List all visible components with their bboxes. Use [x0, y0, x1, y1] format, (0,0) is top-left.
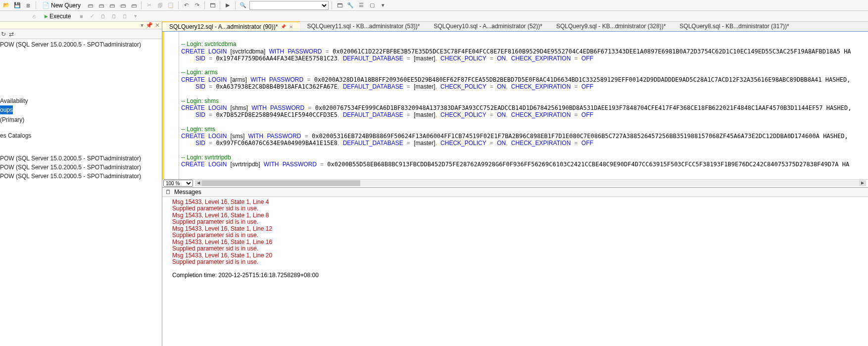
plan1-icon[interactable]: 🗒 [98, 12, 107, 21]
opts-dropdown-icon[interactable]: ▾ [131, 12, 140, 21]
pin-icon[interactable]: 📌 [281, 24, 286, 29]
messages-icon: 🗒 [165, 189, 171, 196]
connect-icon[interactable]: ⎋ [30, 12, 39, 21]
object-explorer: ▾ 📌 ✕ ↻ ⇄ POW (SQL Server 15.0.2000.5 - … [0, 22, 162, 346]
xe-query-icon[interactable]: 🗃 [129, 1, 138, 10]
sync-icon[interactable]: ⇄ [9, 31, 14, 38]
object-tree[interactable]: POW (SQL Server 15.0.2000.5 - SPOT\admin… [0, 39, 162, 181]
tab-sqlquery12[interactable]: SQLQuery12.sql - A...administrator (90))… [162, 21, 300, 31]
dmx-query-icon[interactable]: 🗃 [118, 1, 127, 10]
save-all-icon[interactable]: 🗎 [24, 1, 33, 10]
connection-node-2[interactable]: POW (SQL Server 15.0.2000.5 - SPOT\admin… [0, 163, 162, 172]
tab-label: SQLQuery10.sql - A...administrator (52))… [434, 23, 542, 30]
tab-sqlquery11[interactable]: SQLQuery11.sql - KB...administrator (53)… [300, 21, 427, 31]
connection-node-1[interactable]: POW (SQL Server 15.0.2000.5 - SPOT\admin… [0, 154, 162, 163]
refresh-icon[interactable]: ↻ [1, 31, 6, 38]
tool4-icon[interactable]: ▢ [368, 1, 377, 10]
sql-code[interactable]: -- Login: svctrlcdbma CREATE LOGIN [svct… [179, 32, 868, 179]
tab-label: SQLQuery12.sql - A...administrator (90))… [169, 23, 278, 30]
scroll-thumb[interactable] [202, 180, 360, 186]
db-engine-query-icon[interactable]: 🗃 [86, 1, 95, 10]
dropdown-icon[interactable]: ▾ [379, 1, 387, 10]
tab-sqlquery8[interactable]: SQLQuery8.sql - KB...dministrator (317))… [673, 21, 796, 31]
parse-icon[interactable]: ✓ [88, 12, 96, 21]
horizontal-scrollbar[interactable]: ◀ ▶ [195, 180, 866, 186]
undo-icon[interactable]: ↶ [182, 1, 191, 10]
scroll-right-icon[interactable]: ▶ [859, 180, 866, 186]
new-query-button[interactable]: 📄 New Query [39, 1, 84, 10]
sidebar-close-icon[interactable]: ✕ [155, 22, 160, 29]
paste-icon[interactable]: 📋 [166, 1, 175, 10]
availability-groups-node[interactable]: oups [0, 105, 13, 114]
tab-sqlquery10[interactable]: SQLQuery10.sql - A...administrator (52))… [427, 21, 549, 31]
sql-toolbar: ⎋ Execute ■ ✓ 🗒 🗒 🗒 ▾ [0, 11, 868, 22]
properties-icon[interactable]: 🗔 [208, 1, 217, 10]
open-icon[interactable]: 📂 [2, 1, 11, 10]
primary-node[interactable]: (Primary) [0, 115, 162, 124]
copy-icon[interactable]: 🗐 [155, 1, 164, 10]
connection-node-3[interactable]: POW (SQL Server 15.0.2000.5 - SPOT\admin… [0, 172, 162, 181]
sql-editor[interactable]: -- Login: svctrlcdbma CREATE LOGIN [svct… [162, 32, 868, 179]
zoom-dropdown[interactable]: 100 % [163, 180, 193, 187]
cut-icon[interactable]: ✂ [145, 1, 153, 10]
execute-button[interactable]: Execute [41, 12, 75, 21]
tab-label: SQLQuery8.sql - KB...dministrator (317))… [679, 23, 789, 30]
catalogs-node[interactable]: es Catalogs [0, 131, 162, 140]
redo-icon[interactable]: ↷ [193, 1, 201, 10]
tab-label: SQLQuery11.sql - KB...administrator (53)… [307, 23, 420, 30]
close-icon[interactable]: ✕ [289, 24, 293, 30]
main-toolbar: 📂 💾 🗎 📄 New Query 🗃 🗃 🗃 🗃 🗃 ✂ 🗐 📋 ↶ ↷ 🗔 … [0, 0, 868, 11]
messages-tab-header[interactable]: 🗒 Messages [162, 187, 868, 197]
plan2-icon[interactable]: 🗒 [109, 12, 118, 21]
mdx-query-icon[interactable]: 🗃 [107, 1, 116, 10]
document-tabs: SQLQuery12.sql - A...administrator (90))… [162, 22, 868, 32]
scroll-left-icon[interactable]: ◀ [195, 180, 202, 186]
tab-label: SQLQuery9.sql - KB...dministrator (328))… [556, 23, 666, 30]
sidebar-dropdown-icon[interactable]: ▾ [141, 22, 144, 29]
server-node[interactable]: POW (SQL Server 15.0.2000.5 - SPOT\admin… [0, 40, 162, 49]
plan3-icon[interactable]: 🗒 [120, 12, 129, 21]
as-query-icon[interactable]: 🗃 [96, 1, 105, 10]
save-icon[interactable]: 💾 [13, 1, 22, 10]
start-icon[interactable]: ▶ [223, 1, 232, 10]
editor-footer: 100 % ◀ ▶ [162, 179, 868, 187]
sidebar-header: ▾ 📌 ✕ [0, 22, 162, 29]
new-query-icon: 📄 [42, 2, 49, 9]
availability-node[interactable]: Availability [0, 97, 162, 105]
find-icon[interactable]: 🔍 [239, 1, 247, 10]
tool3-icon[interactable]: ☰ [357, 1, 366, 10]
tool2-icon[interactable]: 🔧 [346, 1, 355, 10]
new-query-label: New Query [51, 2, 81, 9]
tool1-icon[interactable]: 🗖 [335, 1, 344, 10]
execute-label: Execute [49, 13, 71, 20]
messages-output[interactable]: Msg 15433, Level 16, State 1, Line 4Supp… [162, 197, 868, 346]
editor-gutter [162, 32, 179, 179]
messages-title: Messages [174, 189, 201, 196]
sidebar-pin-icon[interactable]: 📌 [145, 22, 153, 29]
solution-dropdown[interactable] [249, 1, 329, 10]
tab-sqlquery9[interactable]: SQLQuery9.sql - KB...dministrator (328))… [549, 21, 673, 31]
editor-area: SQLQuery12.sql - A...administrator (90))… [162, 22, 868, 346]
stop-icon[interactable]: ■ [77, 12, 86, 21]
sidebar-toolbar: ↻ ⇄ [0, 29, 162, 39]
